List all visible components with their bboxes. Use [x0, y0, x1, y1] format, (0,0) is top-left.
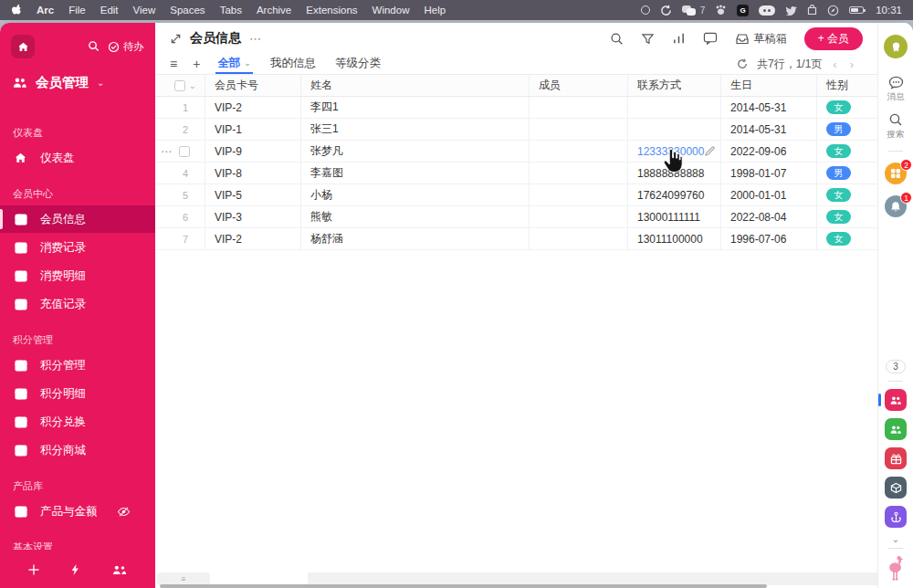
chevron-down-icon[interactable]: ⌄ [189, 81, 196, 90]
cell-contact[interactable] [628, 119, 721, 140]
cell-contact[interactable]: 13011100000 [628, 228, 721, 249]
edit-pencil-icon[interactable] [704, 145, 716, 157]
cell-name[interactable]: 熊敏 [301, 206, 530, 227]
cell-birthday[interactable]: 2014-05-31 [721, 97, 817, 118]
sidebar-item-消费明细[interactable]: 消费明细 [0, 262, 155, 289]
row-select-cell[interactable]: 4 [155, 163, 205, 184]
next-page-icon[interactable]: › [848, 58, 855, 71]
drafts-button[interactable]: 草稿箱 [735, 31, 787, 47]
cell-card[interactable]: VIP-2 [205, 97, 301, 118]
tab-全部[interactable]: 全部⌄ [215, 54, 253, 74]
paw-icon[interactable] [715, 5, 727, 16]
hscroll-thumb[interactable] [160, 584, 767, 588]
cell-card[interactable]: VIP-9 [205, 141, 301, 162]
table-row[interactable]: 4VIP-8李嘉图188888888881998-01-07男 [155, 163, 877, 184]
row-select-cell[interactable]: 6 [155, 206, 205, 227]
cell-gender[interactable]: 女 [817, 184, 877, 205]
prev-page-icon[interactable]: ‹ [831, 58, 838, 71]
rail-count-badge[interactable]: 3 [886, 360, 906, 373]
row-select-cell[interactable]: 7 [155, 228, 205, 249]
cell-name[interactable]: 李四1 [301, 97, 530, 118]
refresh-icon[interactable] [737, 58, 748, 69]
notifications-button[interactable]: 1 [885, 195, 907, 217]
cell-gender[interactable]: 男 [817, 163, 877, 184]
cell-member[interactable] [530, 184, 628, 205]
column-header-生日[interactable]: 生日 [721, 75, 817, 96]
table-row[interactable]: ⋯VIP-9张梦凡123333300002022-09-06女 [155, 141, 877, 163]
cell-card[interactable]: VIP-3 [205, 206, 301, 227]
cell-birthday[interactable]: 1996-07-06 [721, 228, 817, 249]
tab-我的信息[interactable]: 我的信息 [268, 54, 318, 74]
table-row[interactable]: 7VIP-2杨舒涵130111000001996-07-06女 [155, 228, 877, 250]
chevron-down-icon[interactable]: ⌄ [244, 58, 251, 68]
cell-card[interactable]: VIP-2 [205, 228, 301, 249]
row-checkbox[interactable] [179, 146, 190, 157]
cell-card[interactable]: VIP-5 [205, 184, 301, 205]
sidebar-item-积分管理[interactable]: 积分管理 [0, 352, 155, 379]
menu-item-view[interactable]: View [133, 5, 156, 16]
cell-birthday[interactable]: 1998-01-07 [721, 163, 817, 184]
cell-birthday[interactable]: 2014-05-31 [721, 119, 817, 140]
row-select-cell[interactable]: 2 [155, 119, 205, 140]
cell-contact[interactable]: 13000111111 [628, 206, 721, 227]
apps-widget-button[interactable]: 2 [885, 163, 907, 184]
row-select-cell[interactable]: 1 [155, 97, 205, 118]
cell-name[interactable]: 张三1 [301, 119, 530, 140]
collaborators-button[interactable] [111, 564, 128, 576]
g-app-icon[interactable]: G [737, 5, 749, 16]
add-view-icon[interactable]: + [193, 54, 200, 74]
cell-member[interactable] [530, 228, 628, 249]
more-icon[interactable]: ⋯ [249, 32, 262, 46]
contact-value[interactable]: 17624099760 [637, 189, 704, 202]
hscroll-track[interactable] [308, 572, 877, 585]
search-icon[interactable] [610, 32, 624, 46]
cell-gender[interactable]: 女 [817, 97, 877, 118]
todo-button[interactable]: 待办 [108, 40, 144, 54]
column-header-姓名[interactable]: 姓名 [301, 75, 530, 96]
rail-search-icon[interactable] [888, 112, 903, 127]
cell-name[interactable]: 杨舒涵 [301, 228, 530, 249]
row-menu-icon[interactable]: ⋯ [161, 145, 173, 158]
cell-gender[interactable]: 女 [817, 228, 877, 249]
record-icon[interactable] [641, 5, 650, 15]
menu-item-tabs[interactable]: Tabs [220, 5, 242, 16]
cell-member[interactable] [530, 141, 628, 162]
sidebar-item-积分兑换[interactable]: 积分兑换 [0, 408, 155, 436]
sidebar-search-icon[interactable] [88, 40, 100, 54]
cell-member[interactable] [530, 163, 628, 184]
table-row[interactable]: 6VIP-3熊敏130001111112022-08-04女 [155, 206, 877, 228]
menu-item-extensions[interactable]: Extensions [306, 5, 357, 16]
row-select-cell[interactable]: ⋯ [155, 141, 205, 162]
tab-等级分类[interactable]: 等级分类 [333, 54, 383, 74]
avatar[interactable] [884, 35, 908, 58]
table-row[interactable]: 1VIP-2李四12014-05-31女 [155, 97, 877, 119]
menu-item-edit[interactable]: Edit [100, 5, 119, 16]
chat-icon[interactable] [682, 5, 696, 16]
cell-name[interactable]: 小杨 [301, 184, 530, 205]
add-member-button[interactable]: + 会员 [804, 27, 863, 50]
cell-gender[interactable]: 女 [817, 141, 877, 162]
menu-item-help[interactable]: Help [424, 5, 446, 16]
automation-button[interactable] [69, 563, 81, 576]
comment-icon[interactable] [703, 32, 718, 45]
cell-birthday[interactable]: 2000-01-01 [721, 184, 817, 205]
cell-member[interactable] [530, 97, 628, 118]
sidebar-item-仪表盘[interactable]: 仪表盘 [0, 144, 155, 172]
switcher-pill-icon[interactable] [759, 5, 775, 16]
cell-name[interactable]: 李嘉图 [301, 163, 530, 184]
view-list-icon[interactable]: ≡ [170, 54, 177, 74]
cell-member[interactable] [530, 119, 628, 140]
cell-contact[interactable]: 17624099760 [628, 184, 721, 205]
apple-logo-icon[interactable] [11, 4, 22, 16]
sidebar-item-产品与金额[interactable]: 产品与金额 [0, 498, 155, 525]
cell-gender[interactable]: 男 [817, 119, 877, 140]
sort-bars-icon[interactable] [672, 32, 686, 45]
sidebar-item-积分商城[interactable]: 积分商城 [0, 436, 155, 464]
sync-icon[interactable] [660, 5, 672, 16]
bird-icon[interactable] [785, 5, 797, 16]
cell-birthday[interactable]: 2022-08-04 [721, 206, 817, 227]
row-select-cell[interactable]: 5 [155, 184, 205, 205]
compass-icon[interactable] [827, 5, 839, 16]
workspace-switcher[interactable]: 会员管理 ⌄ [12, 74, 144, 91]
expand-icon[interactable] [170, 33, 182, 45]
